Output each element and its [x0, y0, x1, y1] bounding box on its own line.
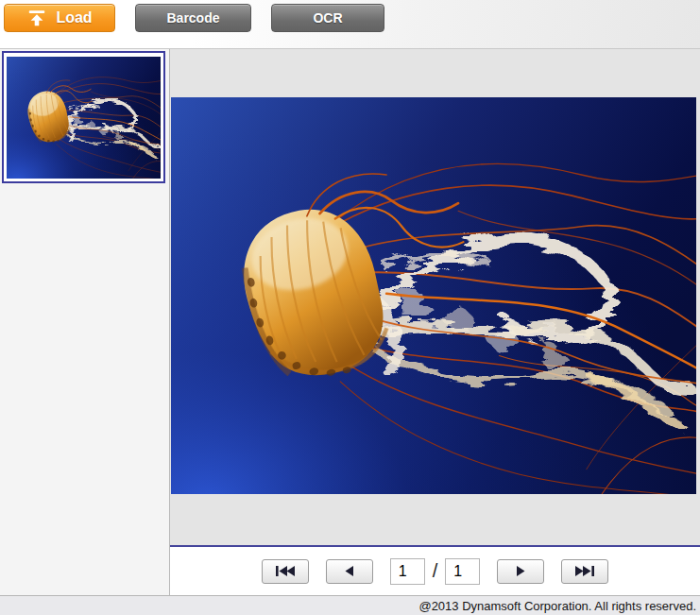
page-separator: / [433, 560, 438, 582]
previous-page-button[interactable] [326, 559, 373, 584]
previous-page-icon [337, 565, 362, 577]
content-area: / [0, 49, 700, 595]
upload-arrow-icon [26, 9, 47, 27]
barcode-button-label: Barcode [166, 10, 219, 26]
footer: @2013 Dynamsoft Corporation. All rights … [0, 595, 700, 615]
thumbnail-panel [0, 49, 170, 595]
viewer-column: / [170, 49, 700, 595]
ocr-button-label: OCR [313, 10, 342, 26]
load-button[interactable]: Load [4, 4, 115, 32]
image-viewer[interactable] [170, 49, 700, 547]
next-page-icon [508, 565, 533, 577]
page-number-group: / [390, 558, 481, 585]
current-page-input[interactable] [390, 558, 425, 585]
jellyfish-thumbnail-image [7, 57, 161, 179]
jellyfish-main-image [171, 97, 696, 494]
load-button-label: Load [56, 9, 92, 26]
copyright-text: @2013 Dynamsoft Corporation. All rights … [418, 599, 696, 613]
thumbnail-page-1-selected[interactable] [2, 51, 165, 183]
next-page-button[interactable] [497, 559, 544, 584]
page-navigation: / [170, 547, 700, 595]
toolbar: Load Barcode OCR [0, 0, 700, 49]
last-page-icon [572, 565, 597, 577]
ocr-button[interactable]: OCR [271, 4, 384, 32]
last-page-button[interactable] [561, 559, 608, 584]
app-window: Load Barcode OCR [0, 0, 700, 615]
first-page-icon [273, 565, 298, 577]
total-pages-input[interactable] [445, 558, 480, 585]
first-page-button[interactable] [262, 559, 309, 584]
barcode-button[interactable]: Barcode [135, 4, 251, 32]
